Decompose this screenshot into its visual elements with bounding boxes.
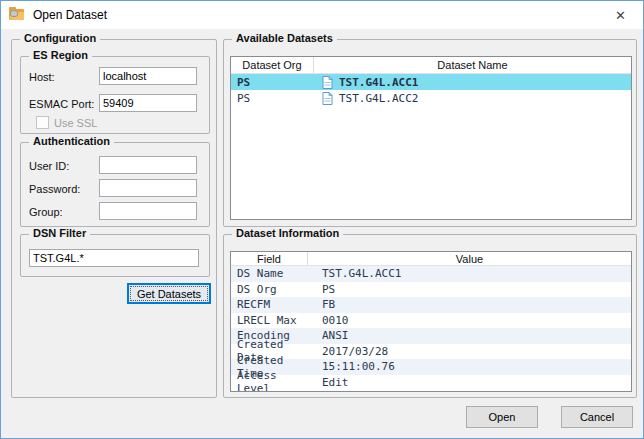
dataset-information-label: Dataset Information: [232, 227, 343, 239]
column-header-field[interactable]: Field: [231, 252, 308, 265]
dataset-row[interactable]: PSTST.G4L.ACC1: [231, 74, 631, 90]
user-id-label: User ID:: [29, 160, 69, 172]
dataset-row[interactable]: PSTST.G4L.ACC2: [231, 90, 631, 106]
esmac-port-label: ESMAC Port:: [29, 98, 94, 110]
use-ssl-checkbox-row: Use SSL: [36, 116, 97, 129]
dataset-information-group: Dataset Information Field Value DS NameT…: [223, 234, 637, 398]
dataset-folder-icon: [9, 7, 25, 23]
open-button[interactable]: Open: [466, 406, 538, 428]
info-value-cell: ANSI: [308, 329, 631, 342]
info-value-cell: Edit: [308, 376, 631, 389]
document-icon: [322, 92, 333, 105]
configuration-label: Configuration: [20, 32, 100, 44]
use-ssl-checkbox[interactable]: [36, 116, 49, 129]
document-icon: [322, 76, 333, 89]
open-dataset-dialog: Open Dataset ✕ Configuration ES Region H…: [0, 0, 644, 439]
info-value-cell: FB: [308, 298, 631, 311]
dsn-filter-group: DSN Filter: [20, 234, 210, 277]
dataset-name-text: TST.G4L.ACC1: [339, 76, 418, 89]
info-value-cell: 0010: [308, 314, 631, 327]
dataset-information-header: Field Value: [231, 252, 631, 266]
use-ssl-label: Use SSL: [54, 117, 97, 129]
window-title: Open Dataset: [33, 8, 107, 22]
info-field-cell: LRECL Max: [231, 314, 308, 327]
host-input[interactable]: [99, 67, 197, 85]
column-header-dataset-name[interactable]: Dataset Name: [314, 57, 631, 73]
available-datasets-list: Dataset Org Dataset Name PSTST.G4L.ACC1P…: [230, 56, 632, 220]
authentication-group: Authentication User ID: Password: Group:: [20, 142, 210, 227]
info-value-cell: TST.G4L.ACC1: [308, 267, 631, 280]
user-id-input[interactable]: [99, 156, 197, 174]
es-region-label: ES Region: [29, 49, 92, 61]
dsn-filter-label: DSN Filter: [29, 227, 90, 239]
dataset-name-cell: TST.G4L.ACC2: [314, 92, 631, 105]
info-row: Access LevelEdit: [231, 375, 631, 391]
info-field-cell: DS Org: [231, 283, 308, 296]
info-value-cell: 2017/03/28: [308, 345, 631, 358]
info-row: DS OrgPS: [231, 282, 631, 298]
available-datasets-label: Available Datasets: [232, 32, 337, 44]
cancel-button[interactable]: Cancel: [561, 406, 633, 428]
host-label: Host:: [29, 71, 55, 83]
info-field-cell: DS Name: [231, 267, 308, 280]
get-datasets-button[interactable]: Get Datasets: [127, 283, 211, 304]
dataset-name-text: TST.G4L.ACC2: [339, 92, 418, 105]
info-field-cell: RECFM: [231, 298, 308, 311]
info-row: DS NameTST.G4L.ACC1: [231, 266, 631, 282]
dataset-information-rows: DS NameTST.G4L.ACC1DS OrgPSRECFMFBLRECL …: [231, 266, 631, 390]
es-region-group: ES Region Host: ESMAC Port: Use SSL: [20, 56, 210, 134]
dataset-org-cell: PS: [231, 92, 314, 105]
available-datasets-group: Available Datasets Dataset Org Dataset N…: [223, 39, 637, 227]
info-value-cell: PS: [308, 283, 631, 296]
dataset-information-list: Field Value DS NameTST.G4L.ACC1DS OrgPSR…: [230, 251, 632, 392]
column-header-value[interactable]: Value: [308, 252, 631, 265]
dsn-filter-input[interactable]: [29, 249, 199, 267]
password-input[interactable]: [99, 179, 197, 197]
configuration-group: Configuration ES Region Host: ESMAC Port…: [11, 39, 217, 398]
close-icon[interactable]: ✕: [598, 1, 643, 29]
dataset-name-cell: TST.G4L.ACC1: [314, 76, 631, 89]
available-datasets-header: Dataset Org Dataset Name: [231, 57, 631, 74]
authentication-label: Authentication: [29, 135, 114, 147]
info-row: RECFMFB: [231, 297, 631, 313]
info-value-cell: 15:11:00.76: [308, 360, 631, 373]
esmac-port-input[interactable]: [99, 94, 197, 112]
password-label: Password:: [29, 183, 80, 195]
dataset-org-cell: PS: [231, 76, 314, 89]
available-datasets-rows: PSTST.G4L.ACC1PSTST.G4L.ACC2: [231, 74, 631, 106]
info-row: LRECL Max0010: [231, 313, 631, 329]
group-label: Group:: [29, 206, 63, 218]
info-field-cell: Access Level: [231, 369, 308, 392]
group-input[interactable]: [99, 202, 197, 220]
column-header-dataset-org[interactable]: Dataset Org: [231, 57, 314, 73]
title-bar[interactable]: Open Dataset ✕: [1, 1, 643, 29]
